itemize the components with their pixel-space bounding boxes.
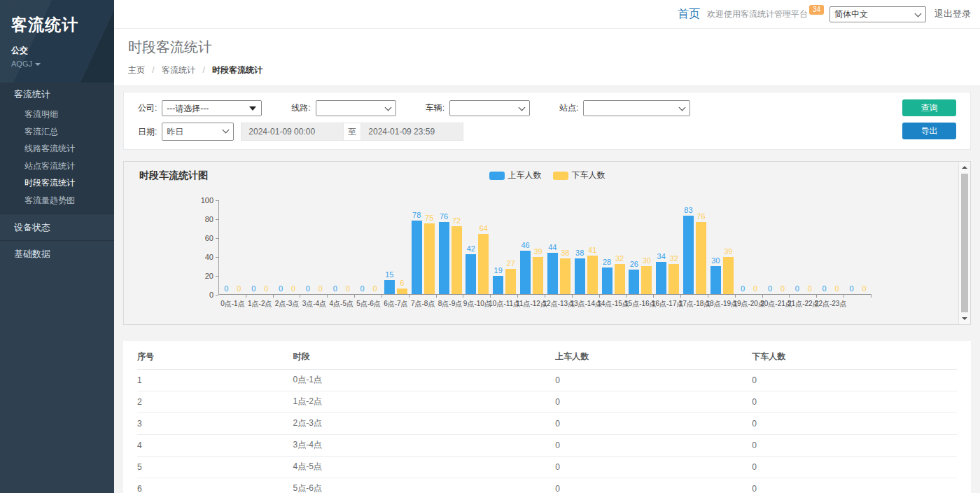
bar-value-label: 0 bbox=[237, 285, 241, 293]
sidebar-subitem-3[interactable]: 站点客流统计 bbox=[0, 158, 114, 175]
language-select[interactable]: 简体中文 bbox=[830, 6, 926, 22]
sidebar-subitem-4[interactable]: 时段客流统计 bbox=[0, 174, 114, 192]
bar-上车人数-6: 15 bbox=[384, 280, 395, 294]
query-button[interactable]: 查询 bbox=[902, 99, 956, 116]
caret-down-icon bbox=[35, 63, 41, 66]
x-axis-tick-label: 9点-10点 bbox=[463, 299, 491, 309]
bar-value-label: 6 bbox=[400, 279, 404, 287]
time-period-table: 序号 时段 上车人数 下车人数 10点-1点0021点-2点0032点-3点00… bbox=[137, 341, 957, 493]
bar-上车人数-18: 30 bbox=[710, 266, 721, 295]
breadcrumb-passenger-stats[interactable]: 客流统计 bbox=[162, 65, 195, 75]
chart-category-group: 00 bbox=[844, 200, 872, 294]
y-axis-tick-label: 80 bbox=[205, 216, 214, 223]
chart-category-group: 76728点-9点 bbox=[437, 200, 464, 294]
bar-value-label: 0 bbox=[279, 285, 283, 293]
page-title: 时段客流统计 bbox=[128, 38, 966, 57]
home-link[interactable]: 首页 bbox=[678, 7, 700, 22]
sidebar-subitem-2[interactable]: 线路客流统计 bbox=[0, 140, 114, 158]
bar-下车人数-9: 64 bbox=[478, 234, 489, 294]
table-cell: 0 bbox=[752, 435, 957, 457]
welcome-text: 欢迎使用客流统计管理平台 bbox=[707, 8, 808, 20]
legend-swatch-boarding bbox=[489, 172, 505, 180]
bar-value-label: 0 bbox=[346, 285, 350, 293]
filter-row-2: 日期: 昨日 至 bbox=[138, 123, 956, 141]
x-axis-tick-label: 22点-23点 bbox=[815, 299, 847, 309]
logout-link[interactable]: 退出登录 bbox=[934, 8, 971, 20]
x-axis-tick-label: 0点-1点 bbox=[220, 299, 244, 309]
company-select[interactable]: ---请选择--- bbox=[162, 100, 262, 116]
chart-category-group: 78757点-8点 bbox=[410, 200, 437, 294]
sidebar-subitem-5[interactable]: 客流量趋势图 bbox=[0, 192, 114, 209]
sidebar-item-passenger-stats[interactable]: 客流统计 bbox=[0, 83, 114, 106]
bar-value-label: 0 bbox=[822, 285, 827, 293]
sidebar-item-base-data[interactable]: 基础数据 bbox=[0, 240, 114, 267]
bar-value-label: 0 bbox=[224, 285, 228, 293]
bar-value-label: 0 bbox=[862, 285, 866, 293]
table-cell: 2点-3点 bbox=[293, 413, 555, 435]
sidebar-subitem-0[interactable]: 客流明细 bbox=[0, 106, 114, 123]
bar-value-label: 0 bbox=[753, 285, 757, 293]
date-preset-select[interactable]: 昨日 bbox=[162, 123, 234, 141]
line-select[interactable] bbox=[316, 100, 396, 116]
bar-value-label: 27 bbox=[507, 260, 515, 268]
legend-item-boarding[interactable]: 上车人数 bbox=[489, 169, 542, 181]
legend-label-alighting: 下车人数 bbox=[572, 169, 606, 181]
bar-下车人数-13: 41 bbox=[587, 256, 598, 294]
chart-title: 时段车流统计图 bbox=[139, 169, 208, 182]
station-label: 站点: bbox=[559, 102, 578, 114]
bar-下车人数-8: 72 bbox=[451, 226, 462, 294]
company-label: 公司: bbox=[138, 102, 157, 114]
org-code-dropdown[interactable]: AQGJ bbox=[11, 60, 103, 68]
table-panel: 序号 时段 上车人数 下车人数 10点-1点0021点-2点0032点-3点00… bbox=[123, 341, 971, 493]
table-cell: 6 bbox=[137, 478, 293, 493]
table-cell: 0 bbox=[555, 370, 752, 391]
date-to-label: 至 bbox=[343, 123, 361, 141]
chart-category-group: 004点-5点 bbox=[328, 200, 355, 294]
bar-value-label: 0 bbox=[306, 285, 310, 293]
sidebar-subitem-1[interactable]: 客流汇总 bbox=[0, 123, 114, 141]
legend-item-alighting[interactable]: 下车人数 bbox=[553, 169, 606, 181]
bar-下车人数-6: 6 bbox=[397, 289, 407, 294]
scrollbar-thumb[interactable] bbox=[961, 174, 968, 312]
table-cell: 0 bbox=[555, 457, 752, 478]
chart-category-group: 463911点-12点 bbox=[518, 200, 545, 294]
filter-panel: 公司: ---请选择--- 线路: 车辆: 站点: bbox=[123, 92, 971, 150]
bar-value-label: 76 bbox=[440, 213, 448, 221]
bar-value-label: 0 bbox=[849, 285, 853, 293]
export-button[interactable]: 导出 bbox=[902, 123, 956, 139]
bar-value-label: 30 bbox=[643, 257, 651, 265]
sidebar-nav: 客流统计 客流明细客流汇总线路客流统计站点客流统计时段客流统计客流量趋势图 设备… bbox=[0, 83, 114, 267]
bar-value-label: 0 bbox=[318, 285, 323, 293]
bar-value-label: 38 bbox=[575, 249, 584, 257]
scroll-up-arrow-icon[interactable] bbox=[959, 162, 970, 173]
date-start-input[interactable] bbox=[241, 123, 343, 141]
sidebar-group-passenger-stats: 客流统计 客流明细客流汇总线路客流统计站点客流统计时段客流统计客流量趋势图 bbox=[0, 83, 114, 214]
chart-scrollbar[interactable] bbox=[958, 162, 970, 324]
bar-上车人数-9: 42 bbox=[465, 254, 476, 294]
bar-value-label: 72 bbox=[452, 217, 461, 225]
breadcrumb-separator: / bbox=[152, 65, 154, 75]
bar-value-label: 0 bbox=[264, 285, 268, 293]
chart-category-group: 1566点-7点 bbox=[382, 200, 410, 294]
table-cell: 0 bbox=[555, 391, 752, 413]
station-select[interactable] bbox=[583, 100, 690, 116]
bar-value-label: 0 bbox=[251, 285, 255, 293]
vehicle-select[interactable] bbox=[449, 100, 530, 116]
chart-category-group: 001点-2点 bbox=[246, 200, 274, 294]
bar-上车人数-8: 76 bbox=[439, 222, 449, 294]
bar-下车人数-15: 30 bbox=[641, 266, 652, 295]
bar-上车人数-14: 28 bbox=[602, 268, 612, 294]
scroll-down-arrow-icon[interactable] bbox=[959, 313, 970, 324]
legend-swatch-alighting bbox=[553, 172, 568, 180]
bar-value-label: 0 bbox=[780, 285, 785, 293]
sidebar-item-device-status[interactable]: 设备状态 bbox=[0, 214, 114, 240]
chart-category-group: 0021点-22点 bbox=[790, 200, 817, 294]
bar-上车人数-10: 19 bbox=[493, 276, 503, 294]
table-cell: 5点-6点 bbox=[293, 478, 555, 493]
date-end-input[interactable] bbox=[361, 123, 463, 141]
bar-上车人数-17: 83 bbox=[683, 216, 694, 294]
notification-badge[interactable]: 34 bbox=[809, 5, 824, 15]
bar-上车人数-13: 38 bbox=[575, 258, 585, 294]
chart-category-group: 42649点-10点 bbox=[463, 200, 491, 294]
breadcrumb-home[interactable]: 主页 bbox=[128, 65, 145, 75]
